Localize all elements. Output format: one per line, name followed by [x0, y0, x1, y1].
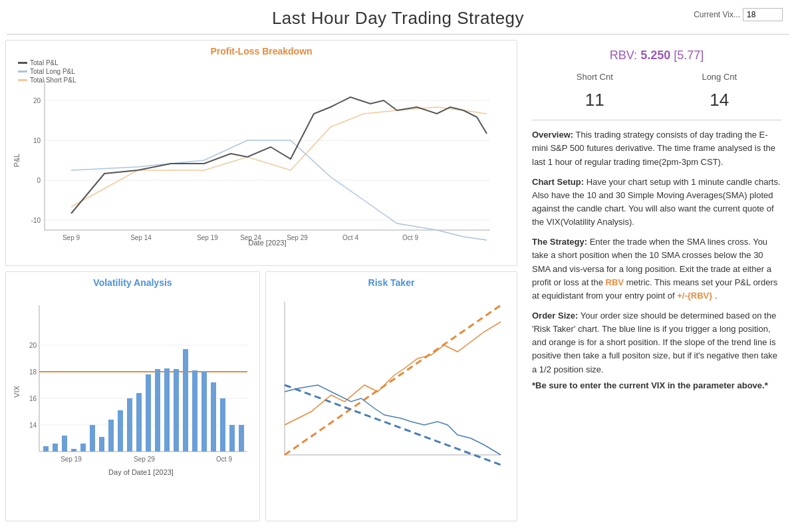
svg-text:14: 14	[29, 422, 37, 429]
bottom-charts-row: Volatility Analysis VIX 20 18 16	[5, 271, 517, 521]
risk-taker-chart-panel: Risk Taker	[265, 271, 517, 521]
svg-rect-48	[201, 372, 207, 452]
svg-rect-36	[90, 425, 95, 452]
svg-rect-41	[136, 393, 142, 452]
long-cnt-value: 14	[702, 86, 737, 113]
rbv-header: RBV: 5.250 [5.77]	[532, 47, 781, 65]
svg-rect-44	[164, 368, 170, 452]
svg-text:10: 10	[33, 137, 41, 144]
short-cnt-label: Short Cnt	[577, 70, 613, 84]
svg-rect-49	[211, 382, 216, 452]
svg-rect-34	[71, 449, 76, 452]
svg-rect-45	[174, 369, 179, 452]
svg-rect-46	[183, 349, 188, 452]
order-size-heading: Order Size:	[532, 311, 578, 321]
page-title: Last Hour Day Trading Strategy	[272, 8, 524, 29]
legend-item-long: Total Long P&L	[18, 68, 76, 75]
rbv-value: 5.250	[640, 49, 670, 62]
pl-legend: Total P&L Total Long P&L Total Short P&L	[18, 59, 76, 85]
overview-heading: Overview:	[532, 130, 573, 140]
chart-setup-heading: Chart Setup:	[532, 177, 584, 187]
svg-text:Sep 19: Sep 19	[197, 234, 218, 241]
svg-text:0: 0	[37, 177, 41, 184]
svg-text:Oct 4: Oct 4	[342, 234, 358, 241]
count-row: Short Cnt 11 Long Cnt 14	[532, 70, 781, 120]
svg-text:-10: -10	[31, 217, 41, 224]
svg-rect-52	[239, 425, 244, 452]
overview-block: Overview: This trading strategy consists…	[532, 128, 781, 168]
svg-text:16: 16	[29, 395, 37, 402]
svg-text:Sep 9: Sep 9	[63, 234, 80, 241]
svg-rect-32	[53, 444, 58, 452]
rbv-mention: RBV	[606, 277, 624, 287]
legend-item-total: Total P&L	[18, 59, 76, 66]
rbv-bracket: [5.77]	[674, 49, 704, 62]
vix-input[interactable]	[743, 8, 783, 21]
strategy-text: The Strategy: Enter the trade when the S…	[532, 235, 781, 303]
chart-setup-text: Chart Setup: Have your chart setup with …	[532, 176, 781, 229]
svg-rect-43	[155, 369, 160, 452]
strategy-block: The Strategy: Enter the trade when the S…	[532, 235, 781, 303]
volatility-chart-panel: Volatility Analysis VIX 20 18 16	[5, 271, 260, 521]
svg-text:VIX: VIX	[13, 385, 21, 397]
svg-line-59	[285, 305, 501, 455]
svg-rect-51	[229, 425, 235, 452]
long-cnt-label: Long Cnt	[702, 70, 737, 84]
right-panel: RBV: 5.250 [5.77] Short Cnt 11 Long Cnt …	[523, 40, 791, 521]
order-size-block: Order Size: Your order size should be de…	[532, 309, 781, 392]
order-size-note: *Be sure to enter the current VIX in the…	[532, 379, 781, 392]
svg-text:Date [2023]: Date [2023]	[249, 239, 287, 247]
svg-rect-50	[220, 398, 225, 452]
rbv-formula: +/-{RBV}	[677, 291, 712, 301]
order-size-text: Order Size: Your order size should be de…	[532, 309, 781, 376]
strategy-period: .	[715, 291, 718, 301]
pl-chart-title: Profit-Loss Breakdown	[11, 46, 511, 57]
svg-rect-42	[146, 374, 151, 452]
svg-rect-47	[192, 370, 198, 452]
svg-rect-40	[127, 398, 132, 452]
strategy-heading: The Strategy:	[532, 237, 587, 247]
svg-text:Sep 14: Sep 14	[130, 234, 152, 241]
vix-input-group: Current Vix...	[694, 8, 783, 21]
header: Last Hour Day Trading Strategy Current V…	[0, 0, 796, 34]
svg-rect-38	[108, 420, 114, 452]
svg-text:Sep 29: Sep 29	[134, 456, 155, 463]
overview-text: Overview: This trading strategy consists…	[532, 128, 781, 168]
rbv-label: RBV:	[610, 49, 637, 62]
vix-label: Current Vix...	[694, 10, 740, 19]
legend-item-short: Total Short P&L	[18, 76, 76, 84]
svg-rect-33	[62, 436, 67, 452]
svg-rect-35	[80, 444, 86, 452]
long-count-col: Long Cnt 14	[702, 70, 737, 113]
svg-text:Day of Date1 [2023]: Day of Date1 [2023]	[108, 468, 174, 476]
short-cnt-value: 11	[577, 86, 613, 113]
volatility-chart-title: Volatility Analysis	[11, 277, 254, 288]
svg-text:P&L: P&L	[13, 154, 21, 168]
risk-taker-chart-svg	[271, 292, 507, 485]
svg-text:Sep 19: Sep 19	[61, 456, 82, 463]
pl-chart-svg: P&L 20 10 0 -10	[11, 61, 503, 247]
svg-rect-37	[99, 437, 104, 452]
short-count-col: Short Cnt 11	[577, 70, 613, 113]
svg-text:20: 20	[29, 342, 37, 349]
svg-text:Oct 9: Oct 9	[402, 234, 418, 241]
risk-taker-chart-title: Risk Taker	[271, 277, 511, 288]
svg-text:Sep 29: Sep 29	[287, 234, 308, 241]
volatility-chart-svg: VIX 20 18 16 14	[11, 292, 254, 485]
svg-text:20: 20	[33, 97, 41, 104]
pl-chart-panel: Profit-Loss Breakdown Total P&L Total Lo…	[5, 40, 517, 266]
svg-rect-31	[43, 446, 49, 452]
chart-setup-block: Chart Setup: Have your chart setup with …	[532, 176, 781, 229]
svg-text:Oct 9: Oct 9	[216, 456, 232, 463]
svg-rect-39	[118, 410, 123, 452]
svg-line-60	[285, 385, 501, 465]
main-layout: Profit-Loss Breakdown Total P&L Total Lo…	[0, 35, 796, 527]
svg-text:18: 18	[29, 368, 37, 376]
left-panel: Profit-Loss Breakdown Total P&L Total Lo…	[5, 40, 517, 521]
